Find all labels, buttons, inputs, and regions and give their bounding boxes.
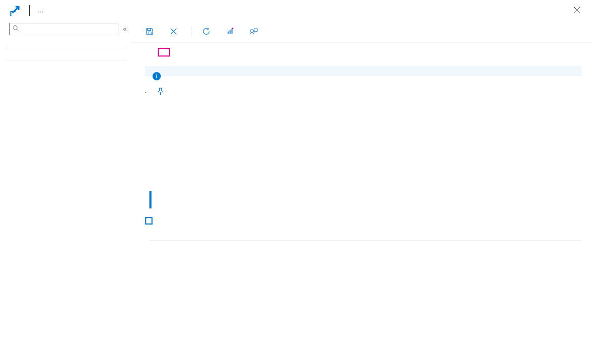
- info-icon: i: [153, 72, 161, 80]
- autoscale-events-icon: [145, 217, 153, 225]
- tab-notify[interactable]: [201, 48, 203, 57]
- discard-icon: [169, 27, 177, 35]
- feedback-button[interactable]: [245, 25, 265, 37]
- svg-rect-1: [227, 31, 228, 34]
- tab-diagnostic-settings[interactable]: [218, 48, 220, 57]
- chart-area[interactable]: [149, 114, 577, 202]
- discard-button[interactable]: [165, 25, 185, 37]
- feedback-icon: [250, 27, 258, 35]
- refresh-icon: [202, 27, 210, 35]
- save-button[interactable]: [141, 25, 161, 37]
- pin-icon: [157, 88, 164, 97]
- chart-title: [131, 97, 592, 108]
- tab-configure[interactable]: [141, 48, 143, 57]
- svg-rect-3: [231, 28, 232, 33]
- refresh-button[interactable]: [198, 25, 217, 37]
- logs-button[interactable]: [222, 25, 241, 37]
- close-button[interactable]: [570, 3, 584, 19]
- timerange-label: [131, 76, 592, 88]
- save-icon: [145, 27, 154, 35]
- search-icon: [12, 25, 20, 34]
- svg-rect-2: [229, 30, 230, 34]
- table-empty-row: [149, 241, 582, 251]
- pin-to-dashboard-button[interactable]: [157, 88, 168, 97]
- page-title: |: [28, 3, 31, 17]
- more-button[interactable]: ···: [37, 3, 44, 16]
- collapse-sidebar-button[interactable]: «: [123, 25, 127, 33]
- svg-point-0: [13, 25, 17, 30]
- svg-point-4: [231, 27, 233, 29]
- resource-icon: [9, 5, 22, 18]
- search-input[interactable]: [9, 23, 118, 35]
- tab-run-history[interactable]: [158, 48, 170, 57]
- logs-icon: [226, 27, 234, 35]
- svg-point-5: [250, 29, 253, 32]
- timerange-selector[interactable]: [145, 92, 146, 93]
- info-banner: i: [145, 66, 582, 76]
- chart-legend: [149, 191, 577, 208]
- nav-section-entities: [6, 51, 127, 61]
- nav-section-settings: [6, 39, 127, 49]
- tab-json[interactable]: [185, 48, 187, 57]
- table-header: [149, 232, 582, 241]
